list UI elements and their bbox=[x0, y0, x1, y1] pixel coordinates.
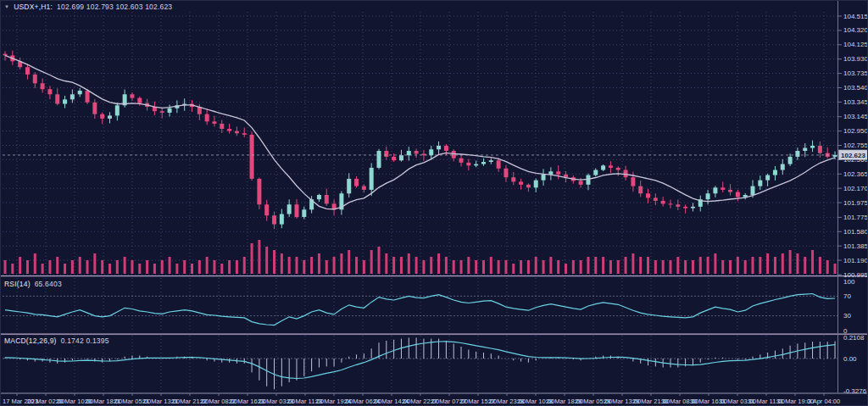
axis-label: 30 bbox=[843, 312, 851, 320]
axis-label: 102.755 bbox=[843, 142, 868, 149]
axis-label: 101.775 bbox=[843, 214, 868, 221]
axis-label: 101.975 bbox=[843, 199, 868, 207]
axis-label: 102.950 bbox=[843, 127, 868, 135]
time-axis-label: 3 Apr 04:00 bbox=[808, 398, 840, 405]
axis-label: 103.145 bbox=[843, 113, 868, 120]
axis-label: 104.320 bbox=[843, 26, 868, 34]
axis-label: 0.2108 bbox=[843, 334, 865, 342]
axis-label: 103.735 bbox=[843, 70, 868, 77]
axis-label: 101.580 bbox=[843, 228, 868, 236]
axis-label: 70 bbox=[843, 292, 851, 300]
axis-label: -0.3276 bbox=[843, 387, 867, 395]
axis-label: 101.385 bbox=[843, 242, 868, 250]
trading-chart-window: 104.515104.320104.125103.930103.735103.5… bbox=[0, 0, 868, 406]
current-price-tag: 102.623 bbox=[839, 150, 868, 160]
axis-label: 101.190 bbox=[843, 257, 868, 264]
axis-label: 102.170 bbox=[843, 185, 868, 192]
axis-label: 103.345 bbox=[843, 98, 868, 106]
axis-label: 0.00 bbox=[843, 355, 857, 363]
axis-label: 104.125 bbox=[843, 41, 868, 48]
chart-canvas[interactable]: 104.515104.320104.125103.930103.735103.5… bbox=[1, 1, 868, 406]
axis-label: 102.365 bbox=[843, 170, 868, 178]
axis-label: 103.930 bbox=[843, 55, 868, 63]
axis-label: 104.515 bbox=[843, 13, 868, 20]
axis-label: 103.540 bbox=[843, 84, 868, 92]
current-price-value: 102.623 bbox=[841, 152, 865, 159]
axis-label: 100 bbox=[843, 278, 855, 286]
